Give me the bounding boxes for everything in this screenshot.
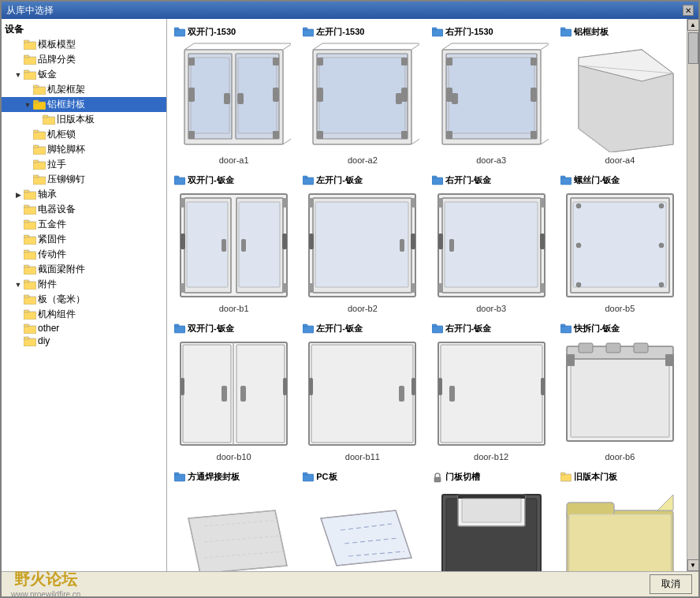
svg-rect-3	[24, 55, 29, 58]
svg-rect-39	[24, 324, 29, 327]
svg-rect-129	[309, 283, 314, 293]
close-button[interactable]: ✕	[683, 5, 694, 16]
sidebar-item-机构组件[interactable]: 机构组件	[2, 307, 166, 322]
item-label-pc_plane: PC板	[316, 471, 337, 483]
item-image-door-b1	[175, 188, 293, 302]
sidebar-label-铝框封板: 铝框封板	[47, 98, 85, 111]
svg-rect-14	[33, 147, 46, 155]
sidebar-item-铝框封板[interactable]: ▼铝框封板	[2, 97, 166, 112]
sidebar-item-拉手[interactable]: 拉手	[2, 157, 166, 172]
scroll-thumb[interactable]	[688, 32, 698, 64]
tree-toggle-轴承[interactable]: ▶	[13, 189, 24, 200]
item-card-cut_door1[interactable]: 门板切槽 cut_door1	[428, 467, 555, 571]
svg-rect-165	[303, 324, 307, 327]
content-area: 设备 模板模型品牌分类▼钣金机架框架▼铝框封板旧版本板机柜锁脚轮脚杯拉手压铆铆钉…	[2, 19, 698, 571]
sidebar-item-附件[interactable]: ▼附件	[2, 277, 166, 292]
svg-rect-94	[446, 131, 452, 139]
sidebar-label-模板模型: 模板模型	[38, 38, 76, 51]
sidebar-item-diy[interactable]: diy	[2, 335, 166, 347]
item-image-door-b12	[432, 336, 550, 450]
sidebar-item-五金件[interactable]: 五金件	[2, 217, 166, 232]
sidebar-label-品牌分类: 品牌分类	[38, 53, 76, 66]
item-icon-door-b4	[174, 472, 185, 483]
item-card-door-a1[interactable]: 双开门-1530 door-a1	[170, 22, 297, 169]
svg-rect-96	[560, 29, 572, 36]
folder-icon-电器设备	[24, 204, 36, 215]
tree-toggle-五金件	[13, 219, 24, 230]
svg-rect-135	[445, 202, 538, 287]
item-card-door-b10[interactable]: 双开门-钣金 door-b10	[170, 319, 297, 465]
item-card-door-b12[interactable]: 右开门-钣金 door-b12	[428, 319, 555, 465]
sidebar-item-机架框架[interactable]: 机架框架	[2, 82, 166, 97]
item-icon-door-a2	[303, 27, 314, 38]
svg-rect-141	[438, 283, 443, 293]
sidebar-item-截面梁附件[interactable]: 截面梁附件	[2, 262, 166, 277]
sidebar-item-脚轮脚杯[interactable]: 脚轮脚杯	[2, 142, 166, 157]
item-card-pc_plane[interactable]: PC板 pc_plane	[299, 467, 426, 571]
svg-rect-184	[606, 343, 620, 353]
svg-rect-169	[309, 378, 313, 395]
sidebar-label-电器设备: 电器设备	[38, 203, 76, 216]
cancel-button[interactable]: 取消	[650, 574, 692, 594]
svg-rect-88	[449, 58, 534, 133]
main-panel: 双开门-1530 door-a1左开门-1530 door-a	[167, 19, 687, 571]
item-image-cut_door1	[432, 484, 550, 571]
svg-rect-219	[569, 514, 671, 572]
svg-rect-168	[399, 386, 404, 402]
svg-rect-6	[33, 87, 46, 95]
item-filename-door-b11: door-b11	[345, 452, 380, 462]
svg-rect-16	[33, 162, 46, 170]
sidebar-item-模板模型[interactable]: 模板模型	[2, 37, 166, 52]
svg-marker-190	[188, 510, 287, 572]
item-card-door-a4[interactable]: 铝框封板 door-a4	[557, 22, 683, 169]
scroll-up-button[interactable]: ▲	[687, 19, 699, 31]
item-image-door-a1	[175, 39, 293, 154]
item-card-door-b4[interactable]: 方通焊接封板 door-b4	[170, 467, 297, 571]
sidebar-item-品牌分类[interactable]: 品牌分类	[2, 52, 166, 67]
sidebar-item-机柜锁[interactable]: 机柜锁	[2, 127, 166, 142]
scroll-down-button[interactable]: ▼	[687, 559, 699, 571]
sidebar-label-机架框架: 机架框架	[47, 83, 85, 96]
item-card-door-b1[interactable]: 双开门-钣金 door-b1	[170, 170, 297, 317]
item-card-door-b5[interactable]: 螺丝门-钣金 door-b5	[557, 170, 683, 317]
item-card-door-b3[interactable]: 右开门-钣金 door-b3	[428, 170, 555, 317]
folder-icon-other	[24, 323, 36, 334]
item-label-door-b5: 螺丝门-钣金	[574, 174, 620, 186]
svg-rect-57	[273, 88, 279, 102]
svg-rect-75	[317, 58, 323, 65]
sidebar-item-other[interactable]: other	[2, 322, 166, 335]
tree-toggle-铝框封板[interactable]: ▼	[22, 99, 33, 110]
scrollbar[interactable]: ▲ ▼	[687, 19, 698, 571]
item-card-door-b2[interactable]: 左开门-钣金 door-b2	[299, 170, 426, 317]
item-card-old_door[interactable]: 旧版本门板 old_door	[557, 467, 683, 571]
svg-rect-174	[441, 345, 542, 443]
item-header-door-a3: 右开门-1530	[432, 26, 551, 38]
folder-icon-压铆铆钉	[33, 174, 46, 185]
sidebar-item-钣金[interactable]: ▼钣金	[2, 67, 166, 82]
item-label-door-a2: 左开门-1530	[316, 26, 364, 38]
svg-line-46	[283, 43, 291, 50]
sidebar-item-紧固件[interactable]: 紧固件	[2, 232, 166, 247]
svg-rect-2	[24, 57, 36, 65]
item-card-door-b6[interactable]: 快拆门-钣金 door-b6	[557, 319, 683, 465]
item-card-door-a3[interactable]: 右开门-1530 door-a3	[428, 22, 555, 169]
svg-rect-172	[432, 324, 437, 327]
tree-toggle-钣金[interactable]: ▼	[13, 69, 24, 80]
main-window: 从库中选择 ✕ 设备 模板模型品牌分类▼钣金机架框架▼铝框封板旧版本板机柜锁脚轮…	[0, 0, 700, 598]
item-card-door-b11[interactable]: 左开门-钣金 door-b11	[299, 319, 426, 465]
svg-line-49	[283, 138, 291, 144]
sidebar-item-轴承[interactable]: ▶轴承	[2, 187, 166, 202]
sidebar-item-旧版本板[interactable]: 旧版本板	[2, 112, 166, 127]
sidebar-item-压铆铆钉[interactable]: 压铆铆钉	[2, 172, 166, 187]
item-header-door-b1: 双开门-钣金	[174, 174, 293, 186]
sidebar-label-脚轮脚杯: 脚轮脚杯	[47, 143, 85, 156]
sidebar-item-板（毫米）[interactable]: 板（毫米）	[2, 292, 166, 307]
sidebar-item-传动件[interactable]: 传动件	[2, 247, 166, 262]
item-card-door-a2[interactable]: 左开门-1530 door-a2	[299, 22, 426, 169]
svg-rect-79	[432, 29, 443, 36]
item-image-door-b2	[303, 188, 422, 302]
svg-rect-12	[33, 132, 46, 140]
item-icon-door-a1	[174, 27, 185, 38]
sidebar-item-电器设备[interactable]: 电器设备	[2, 202, 166, 217]
tree-toggle-附件[interactable]: ▼	[13, 279, 24, 290]
